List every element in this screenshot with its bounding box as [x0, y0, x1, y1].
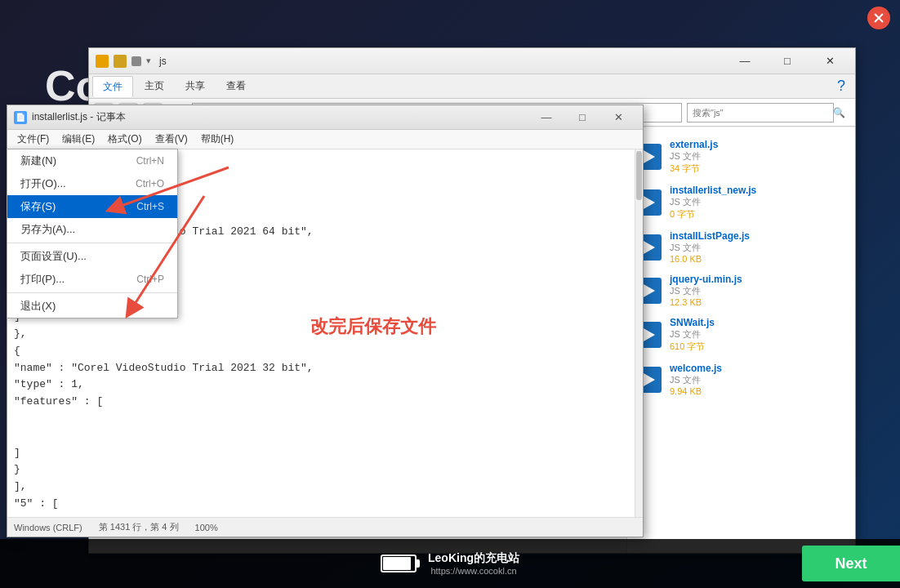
file-name-2: installListPage.js [670, 230, 847, 242]
np-maximize-btn[interactable]: □ [564, 108, 600, 127]
file-size-4: 610 字节 [670, 341, 847, 353]
ribbon-tab-share[interactable]: 共享 [176, 76, 215, 96]
file-info-2: installListPage.js JS 文件 16.0 KB [670, 230, 847, 264]
encoding-label: Windows (CRLF) [14, 523, 82, 532]
dropdown-item-4[interactable]: 页面设置(U)... [7, 245, 177, 268]
search-wrapper: 🔍 [687, 103, 850, 122]
ribbon-tab-view[interactable]: 查看 [216, 76, 256, 96]
scrollbar-thumb[interactable] [636, 151, 642, 200]
notepad-scrollbar[interactable] [635, 149, 643, 517]
menu-view[interactable]: 查看(V) [149, 131, 194, 148]
file-item-0[interactable]: external.js JS 文件 34 字节 [627, 134, 855, 180]
file-type-3: JS 文件 [670, 285, 847, 297]
file-name-3: jquery-ui.min.js [670, 274, 847, 285]
dropdown-item-1[interactable]: 打开(O)... Ctrl+O [7, 172, 177, 195]
dropdown-separator-3 [7, 243, 177, 243]
code-line: "type" : 1, [14, 376, 628, 394]
menu-format[interactable]: 格式(O) [101, 131, 148, 148]
search-input[interactable] [687, 103, 834, 122]
ribbon-tab-home[interactable]: 主页 [135, 76, 174, 96]
dropdown-item-3[interactable]: 另存为(A)... [7, 218, 177, 241]
dropdown-item-2[interactable]: 保存(S) Ctrl+S [7, 195, 177, 218]
position-label: 第 1431 行，第 4 列 [99, 521, 179, 533]
battery-icon [381, 555, 417, 572]
fe-minimize-btn[interactable]: — [726, 51, 764, 72]
bottom-watermark: 易破解网 联 目 [727, 520, 786, 532]
fe-maximize-btn[interactable]: □ [769, 51, 806, 72]
file-type-0: JS 文件 [670, 150, 847, 163]
code-line: ], [14, 479, 628, 496]
dropdown-label-1: 打开(O)... [20, 176, 66, 191]
bottom-bar: LeoKing的充电站 https://www.cocokl.cn [0, 539, 900, 588]
file-type-2: JS 文件 [670, 242, 847, 254]
code-line: "name" : "Corel VideoStudio Trial 2021 3… [14, 360, 628, 377]
file-dropdown-menu: 新建(N) Ctrl+N 打开(O)... Ctrl+O 保存(S) Ctrl+… [7, 149, 178, 318]
file-type-1: JS 文件 [670, 196, 847, 208]
file-size-2: 16.0 KB [670, 254, 847, 264]
file-item-4[interactable]: SNWait.js JS 文件 610 字节 [627, 312, 855, 358]
search-icon: 🔍 [833, 107, 845, 118]
fe-close-btn[interactable]: ✕ [811, 51, 849, 72]
file-type-5: JS 文件 [670, 374, 847, 386]
code-line [14, 428, 628, 445]
file-type-4: JS 文件 [670, 328, 847, 341]
bottom-info: LeoKing的充电站 https://www.cocokl.cn [428, 551, 519, 576]
file-info-4: SNWait.js JS 文件 610 字节 [670, 317, 847, 353]
menu-help[interactable]: 帮助(H) [194, 131, 241, 148]
folder-icon-2 [114, 55, 127, 68]
dropdown-shortcut-1: Ctrl+O [136, 178, 164, 189]
notepad-title: installerlist.js - 记事本 [32, 110, 528, 124]
menu-file[interactable]: 文件(F) [11, 131, 56, 148]
notepad-statusbar: Windows (CRLF) 第 1431 行，第 4 列 100% [7, 517, 643, 537]
code-line: "features" : [ [14, 394, 628, 411]
ribbon-tab-file[interactable]: 文件 [92, 76, 133, 97]
dropdown-shortcut-0: Ctrl+N [136, 155, 164, 167]
dropdown-item-6[interactable]: 退出(X) [7, 295, 177, 318]
file-explorer-titlebar: ▾ js — □ ✕ [89, 48, 855, 74]
file-item-5[interactable]: welcome.js JS 文件 9.94 KB [627, 358, 855, 401]
notepad-icon: 📄 [14, 111, 27, 124]
file-info-3: jquery-ui.min.js JS 文件 12.3 KB [670, 274, 847, 307]
file-item-2[interactable]: installListPage.js JS 文件 16.0 KB [627, 225, 855, 269]
next-button[interactable]: Next [802, 546, 900, 581]
battery-fill [383, 557, 411, 570]
file-info-1: installerlist_new.js JS 文件 0 字节 [670, 185, 847, 220]
menu-edit[interactable]: 编辑(E) [56, 131, 101, 148]
folder-icon [96, 55, 109, 68]
dropdown-label-5: 打印(P)... [20, 272, 65, 287]
file-name-5: welcome.js [670, 363, 847, 374]
ribbon: 文件 主页 共享 查看 ? [89, 74, 855, 99]
notepad-titlebar: 📄 installerlist.js - 记事本 — □ ✕ [7, 105, 643, 130]
file-size-5: 9.94 KB [670, 386, 847, 396]
code-line: } [14, 461, 628, 479]
title-separator: ▾ [146, 56, 151, 66]
dropdown-item-0[interactable]: 新建(N) Ctrl+N [7, 149, 177, 172]
dropdown-label-4: 页面设置(U)... [20, 249, 87, 264]
code-line: ] [14, 445, 628, 462]
help-icon[interactable]: ? [831, 78, 852, 95]
dropdown-label-3: 另存为(A)... [20, 222, 75, 237]
dropdown-shortcut-5: Ctrl+P [136, 274, 164, 285]
dropdown-label-6: 退出(X) [20, 299, 56, 314]
np-close-btn[interactable]: ✕ [600, 108, 636, 127]
dropdown-label-0: 新建(N) [20, 154, 56, 168]
code-line [14, 411, 628, 428]
file-item-1[interactable]: installerlist_new.js JS 文件 0 字节 [627, 180, 855, 225]
file-item-3[interactable]: jquery-ui.min.js JS 文件 12.3 KB [627, 269, 855, 312]
file-icon-small [131, 56, 141, 66]
dropdown-item-5[interactable]: 打印(P)... Ctrl+P [7, 268, 177, 291]
fe-title-text: js [159, 56, 167, 67]
notepad-menu: 文件(F) 编辑(E) 格式(O) 查看(V) 帮助(H) [7, 130, 643, 149]
file-name-4: SNWait.js [670, 317, 847, 328]
dropdown-separator-5 [7, 292, 177, 293]
file-size-0: 34 字节 [670, 163, 847, 175]
file-size-3: 12.3 KB [670, 297, 847, 307]
outer-close-button[interactable] [867, 7, 890, 29]
code-line: { [14, 343, 628, 360]
station-url: https://www.cocokl.cn [428, 566, 519, 576]
dropdown-label-2: 保存(S) [20, 199, 56, 214]
np-minimize-btn[interactable]: — [528, 108, 564, 127]
file-list: external.js JS 文件 34 字节 installerlist_ne… [626, 127, 855, 553]
station-title: LeoKing的充电站 [428, 551, 519, 566]
file-info-0: external.js JS 文件 34 字节 [670, 139, 847, 175]
